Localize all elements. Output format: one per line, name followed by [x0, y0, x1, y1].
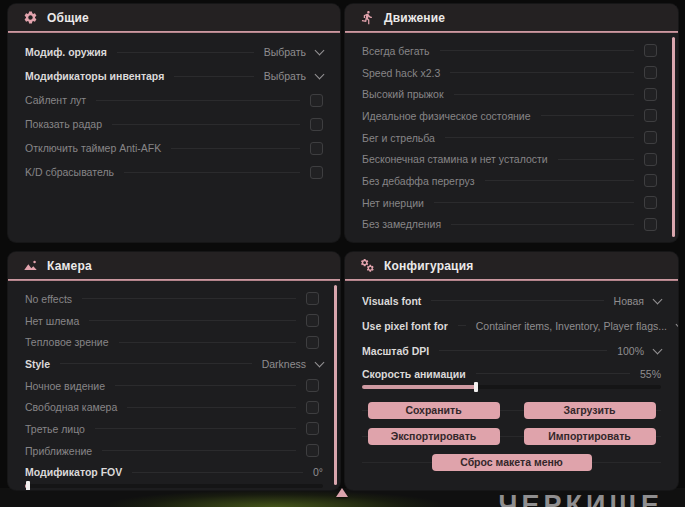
- scrollbar[interactable]: [334, 285, 337, 485]
- leader-line: [102, 450, 296, 451]
- setting-row: Третье лицо: [8, 418, 340, 440]
- dropdown[interactable]: Container items, Inventory, Player flags…: [476, 320, 678, 332]
- setting-label: Третье лицо: [25, 423, 85, 435]
- leader-line: [119, 342, 297, 343]
- checkbox[interactable]: [306, 292, 319, 305]
- slider-thumb[interactable]: [26, 481, 30, 491]
- leader-line: [89, 320, 296, 321]
- dropdown-value: 100%: [617, 345, 644, 357]
- checkbox[interactable]: [644, 218, 657, 231]
- load-button[interactable]: Загрузить: [524, 402, 656, 419]
- checkbox[interactable]: [310, 166, 323, 179]
- dropdown[interactable]: Darkness: [262, 358, 323, 370]
- panel-general-header: Общие: [8, 4, 340, 31]
- chevron-down-icon: [676, 319, 678, 329]
- checkbox[interactable]: [306, 422, 319, 435]
- location-label: ЧЕРКИЩЕ: [499, 490, 663, 507]
- background-glow: [110, 491, 440, 507]
- setting-label: Без замедления: [362, 218, 441, 230]
- setting-row: Модиф. оружияВыбрать: [8, 40, 340, 64]
- leader-line: [60, 363, 252, 364]
- checkbox[interactable]: [310, 118, 323, 131]
- setting-label: Нет шлема: [25, 315, 79, 327]
- setting-row: Ночное видение: [8, 375, 340, 397]
- leader-line: [454, 94, 634, 95]
- gear-icon: [23, 10, 38, 25]
- gears-icon: [360, 258, 375, 273]
- setting-row: Без дебаффа перегруз: [345, 170, 678, 192]
- checkbox[interactable]: [306, 401, 319, 414]
- dropdown[interactable]: Выбрать: [264, 70, 323, 82]
- checkbox[interactable]: [644, 196, 657, 209]
- checkbox[interactable]: [644, 44, 657, 57]
- checkbox[interactable]: [306, 336, 319, 349]
- panel-config-header: Конфигурация: [345, 252, 678, 279]
- button-row: Экспортировать Импортировать: [345, 423, 678, 449]
- leader-line: [558, 159, 634, 160]
- setting-label: Бег и стрельба: [362, 132, 435, 144]
- leader-line: [95, 428, 296, 429]
- button-row: Сохранить Загрузить: [345, 397, 678, 423]
- slider-track[interactable]: [25, 484, 323, 488]
- setting-label: Тепловое зрение: [25, 336, 109, 348]
- panel-title: Общие: [47, 11, 89, 25]
- leader-line: [485, 180, 634, 181]
- checkbox[interactable]: [644, 88, 657, 101]
- panel-movement: Движение Всегда бегатьSpeed hack x2.3Выс…: [345, 4, 678, 242]
- checkbox[interactable]: [644, 109, 657, 122]
- panel-general: Общие Модиф. оружияВыбратьМодификаторы и…: [8, 4, 340, 242]
- leader-line: [450, 72, 634, 73]
- setting-label: Без дебаффа перегруз: [362, 175, 475, 187]
- leader-line: [445, 137, 634, 138]
- scrollbar[interactable]: [672, 37, 675, 237]
- checkbox[interactable]: [306, 314, 319, 327]
- dropdown[interactable]: Выбрать: [264, 46, 323, 58]
- slider-thumb[interactable]: [474, 382, 478, 392]
- leader-line: [82, 298, 296, 299]
- setting-label: Масштаб DPI: [362, 345, 429, 357]
- checkbox[interactable]: [644, 153, 657, 166]
- slider-track[interactable]: [362, 385, 661, 389]
- runner-icon: [360, 10, 375, 25]
- leader-line: [127, 407, 296, 408]
- export-button[interactable]: Экспортировать: [368, 428, 500, 445]
- setting-label: Показать радар: [25, 118, 102, 130]
- setting-row: Масштаб DPI100%: [345, 338, 678, 363]
- setting-row: Отключить таймер Anti-AFK: [8, 136, 340, 160]
- slider-value: 55%: [640, 368, 661, 380]
- checkbox[interactable]: [310, 94, 323, 107]
- setting-row: Visuals fontНовая: [345, 288, 678, 313]
- chevron-down-icon: [653, 344, 663, 354]
- leader-line: [431, 300, 603, 301]
- checkbox[interactable]: [644, 174, 657, 187]
- checkbox[interactable]: [306, 444, 319, 457]
- dropdown[interactable]: 100%: [617, 345, 661, 357]
- leader-line: [115, 385, 296, 386]
- import-button[interactable]: Импортировать: [524, 428, 656, 445]
- chevron-down-icon: [653, 294, 663, 304]
- checkbox[interactable]: [644, 131, 657, 144]
- leader-line: [132, 472, 303, 473]
- dropdown-value: Darkness: [262, 358, 306, 370]
- checkbox[interactable]: [310, 142, 323, 155]
- setting-label: Style: [25, 358, 50, 370]
- leader-line: [434, 202, 634, 203]
- dropdown-value: Выбрать: [264, 70, 306, 82]
- setting-label: Идеальное физическое состояние: [362, 110, 531, 122]
- setting-label: Всегда бегать: [362, 45, 430, 57]
- setting-label: Ночное видение: [25, 380, 105, 392]
- panel-config: Конфигурация Visuals fontНоваяUse pixel …: [345, 252, 678, 490]
- setting-label: K/D сбрасыватель: [25, 166, 114, 178]
- slider-fill: [362, 385, 476, 389]
- setting-row: Скорость анимации55%: [345, 363, 678, 397]
- dropdown[interactable]: Новая: [614, 295, 661, 307]
- setting-label: Отключить таймер Anti-AFK: [25, 142, 161, 154]
- button-row: Сброс макета меню: [345, 449, 678, 475]
- save-button[interactable]: Сохранить: [368, 402, 500, 419]
- leader-line: [96, 100, 300, 101]
- setting-label: Модификаторы инвентаря: [25, 70, 164, 82]
- setting-label: Visuals font: [362, 295, 421, 307]
- checkbox[interactable]: [306, 379, 319, 392]
- checkbox[interactable]: [644, 66, 657, 79]
- reset-menu-layout-button[interactable]: Сброс макета меню: [432, 454, 592, 471]
